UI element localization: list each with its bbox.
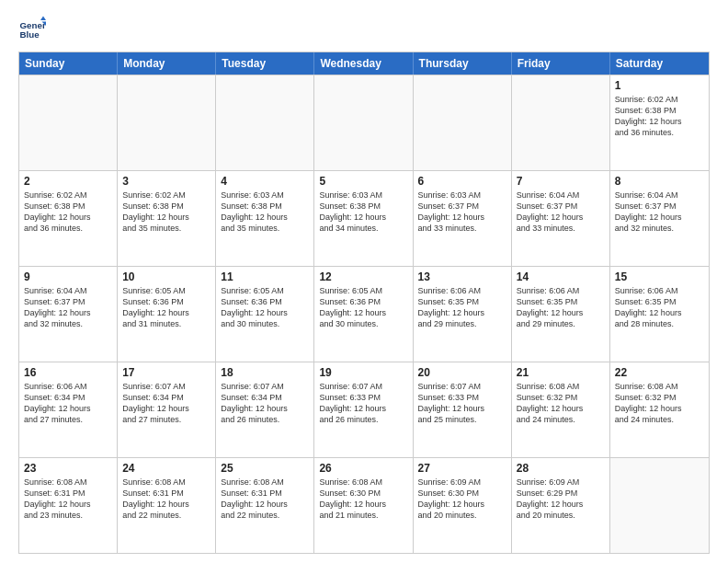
calendar-cell: 1Sunrise: 6:02 AM Sunset: 6:38 PM Daylig… (610, 75, 709, 170)
calendar-cell: 7Sunrise: 6:04 AM Sunset: 6:37 PM Daylig… (512, 171, 610, 266)
logo-icon: General Blue (18, 15, 46, 42)
calendar-row: 23Sunrise: 6:08 AM Sunset: 6:31 PM Dayli… (19, 457, 709, 553)
weekday-header: Saturday (610, 52, 709, 75)
day-number: 12 (319, 270, 407, 283)
day-number: 22 (615, 366, 704, 379)
calendar-cell: 27Sunrise: 6:09 AM Sunset: 6:30 PM Dayli… (414, 458, 512, 553)
day-info: Sunrise: 6:07 AM Sunset: 6:33 PM Dayligh… (319, 381, 407, 426)
calendar-cell (414, 75, 512, 170)
day-number: 1 (615, 79, 704, 92)
calendar-row: 2Sunrise: 6:02 AM Sunset: 6:38 PM Daylig… (19, 170, 709, 266)
day-info: Sunrise: 6:05 AM Sunset: 6:36 PM Dayligh… (122, 285, 210, 330)
calendar-cell (19, 75, 118, 170)
calendar: SundayMondayTuesdayWednesdayThursdayFrid… (18, 52, 710, 554)
day-number: 13 (418, 270, 506, 283)
calendar-cell: 9Sunrise: 6:04 AM Sunset: 6:37 PM Daylig… (19, 267, 118, 362)
day-info: Sunrise: 6:03 AM Sunset: 6:37 PM Dayligh… (418, 190, 506, 235)
day-info: Sunrise: 6:08 AM Sunset: 6:32 PM Dayligh… (517, 381, 605, 426)
day-number: 28 (517, 462, 605, 475)
calendar-cell: 16Sunrise: 6:06 AM Sunset: 6:34 PM Dayli… (19, 362, 118, 457)
calendar-cell: 17Sunrise: 6:07 AM Sunset: 6:34 PM Dayli… (118, 362, 216, 457)
day-info: Sunrise: 6:08 AM Sunset: 6:31 PM Dayligh… (24, 477, 112, 522)
logo: General Blue (18, 15, 46, 42)
day-info: Sunrise: 6:03 AM Sunset: 6:38 PM Dayligh… (319, 190, 407, 235)
day-number: 16 (24, 366, 112, 379)
calendar-body: 1Sunrise: 6:02 AM Sunset: 6:38 PM Daylig… (19, 75, 709, 553)
svg-marker-2 (40, 17, 46, 21)
calendar-cell: 13Sunrise: 6:06 AM Sunset: 6:35 PM Dayli… (414, 267, 512, 362)
calendar-cell: 11Sunrise: 6:05 AM Sunset: 6:36 PM Dayli… (216, 267, 314, 362)
page: General Blue SundayMondayTuesdayWednesda… (0, 0, 728, 563)
weekday-header: Wednesday (314, 52, 413, 75)
calendar-cell: 4Sunrise: 6:03 AM Sunset: 6:38 PM Daylig… (216, 171, 314, 266)
day-number: 21 (517, 366, 605, 379)
svg-text:Blue: Blue (20, 29, 40, 40)
day-number: 6 (418, 175, 506, 188)
day-number: 9 (24, 270, 112, 283)
calendar-cell: 6Sunrise: 6:03 AM Sunset: 6:37 PM Daylig… (414, 171, 512, 266)
day-info: Sunrise: 6:06 AM Sunset: 6:35 PM Dayligh… (418, 285, 506, 330)
day-number: 8 (615, 175, 704, 188)
day-info: Sunrise: 6:05 AM Sunset: 6:36 PM Dayligh… (319, 285, 407, 330)
day-info: Sunrise: 6:08 AM Sunset: 6:31 PM Dayligh… (122, 477, 210, 522)
calendar-cell: 20Sunrise: 6:07 AM Sunset: 6:33 PM Dayli… (414, 362, 512, 457)
calendar-cell: 21Sunrise: 6:08 AM Sunset: 6:32 PM Dayli… (512, 362, 610, 457)
day-info: Sunrise: 6:02 AM Sunset: 6:38 PM Dayligh… (24, 190, 112, 235)
day-number: 14 (517, 270, 605, 283)
calendar-cell: 15Sunrise: 6:06 AM Sunset: 6:35 PM Dayli… (610, 267, 709, 362)
calendar-cell: 12Sunrise: 6:05 AM Sunset: 6:36 PM Dayli… (314, 267, 413, 362)
header: General Blue (18, 15, 710, 42)
day-number: 5 (319, 175, 407, 188)
calendar-cell (216, 75, 314, 170)
calendar-cell: 23Sunrise: 6:08 AM Sunset: 6:31 PM Dayli… (19, 458, 118, 553)
weekday-header: Sunday (19, 52, 118, 75)
day-number: 2 (24, 175, 112, 188)
calendar-header: SundayMondayTuesdayWednesdayThursdayFrid… (19, 52, 709, 75)
day-number: 24 (122, 462, 210, 475)
day-info: Sunrise: 6:04 AM Sunset: 6:37 PM Dayligh… (517, 190, 605, 235)
calendar-cell: 22Sunrise: 6:08 AM Sunset: 6:32 PM Dayli… (610, 362, 709, 457)
day-info: Sunrise: 6:02 AM Sunset: 6:38 PM Dayligh… (615, 94, 704, 139)
day-info: Sunrise: 6:06 AM Sunset: 6:35 PM Dayligh… (615, 285, 704, 330)
day-number: 4 (221, 175, 309, 188)
calendar-cell: 3Sunrise: 6:02 AM Sunset: 6:38 PM Daylig… (118, 171, 216, 266)
day-number: 26 (319, 462, 407, 475)
calendar-cell: 18Sunrise: 6:07 AM Sunset: 6:34 PM Dayli… (216, 362, 314, 457)
day-number: 3 (122, 175, 210, 188)
calendar-row: 9Sunrise: 6:04 AM Sunset: 6:37 PM Daylig… (19, 266, 709, 362)
calendar-cell: 24Sunrise: 6:08 AM Sunset: 6:31 PM Dayli… (118, 458, 216, 553)
day-number: 17 (122, 366, 210, 379)
day-number: 19 (319, 366, 407, 379)
day-number: 7 (517, 175, 605, 188)
day-number: 20 (418, 366, 506, 379)
calendar-cell: 26Sunrise: 6:08 AM Sunset: 6:30 PM Dayli… (314, 458, 413, 553)
day-info: Sunrise: 6:07 AM Sunset: 6:33 PM Dayligh… (418, 381, 506, 426)
calendar-cell: 19Sunrise: 6:07 AM Sunset: 6:33 PM Dayli… (314, 362, 413, 457)
calendar-cell: 14Sunrise: 6:06 AM Sunset: 6:35 PM Dayli… (512, 267, 610, 362)
day-number: 23 (24, 462, 112, 475)
calendar-row: 16Sunrise: 6:06 AM Sunset: 6:34 PM Dayli… (19, 362, 709, 457)
day-info: Sunrise: 6:07 AM Sunset: 6:34 PM Dayligh… (221, 381, 309, 426)
calendar-cell (314, 75, 413, 170)
calendar-cell (118, 75, 216, 170)
calendar-cell: 8Sunrise: 6:04 AM Sunset: 6:37 PM Daylig… (610, 171, 709, 266)
day-info: Sunrise: 6:09 AM Sunset: 6:29 PM Dayligh… (517, 477, 605, 522)
day-number: 18 (221, 366, 309, 379)
calendar-cell: 28Sunrise: 6:09 AM Sunset: 6:29 PM Dayli… (512, 458, 610, 553)
day-number: 11 (221, 270, 309, 283)
calendar-cell: 5Sunrise: 6:03 AM Sunset: 6:38 PM Daylig… (314, 171, 413, 266)
day-info: Sunrise: 6:03 AM Sunset: 6:38 PM Dayligh… (221, 190, 309, 235)
weekday-header: Tuesday (216, 52, 314, 75)
day-info: Sunrise: 6:07 AM Sunset: 6:34 PM Dayligh… (122, 381, 210, 426)
day-info: Sunrise: 6:06 AM Sunset: 6:34 PM Dayligh… (24, 381, 112, 426)
day-info: Sunrise: 6:08 AM Sunset: 6:31 PM Dayligh… (221, 477, 309, 522)
day-info: Sunrise: 6:02 AM Sunset: 6:38 PM Dayligh… (122, 190, 210, 235)
weekday-header: Monday (118, 52, 216, 75)
day-info: Sunrise: 6:05 AM Sunset: 6:36 PM Dayligh… (221, 285, 309, 330)
day-number: 10 (122, 270, 210, 283)
calendar-cell (512, 75, 610, 170)
weekday-header: Friday (512, 52, 610, 75)
day-number: 15 (615, 270, 704, 283)
day-info: Sunrise: 6:08 AM Sunset: 6:30 PM Dayligh… (319, 477, 407, 522)
calendar-cell (610, 458, 709, 553)
